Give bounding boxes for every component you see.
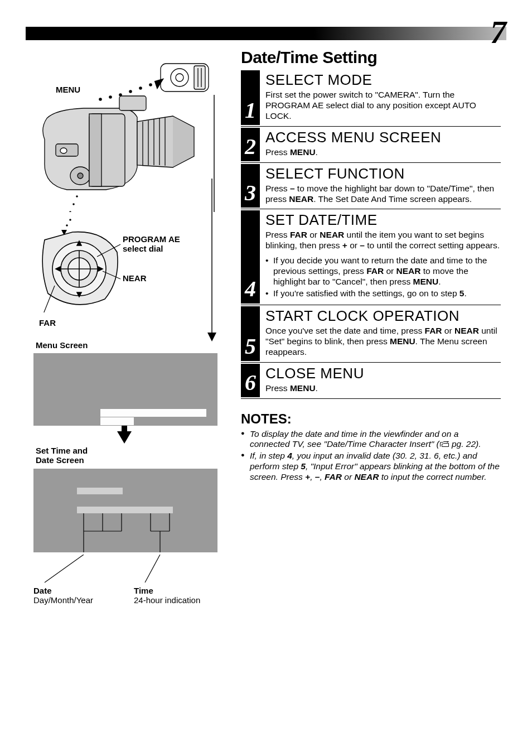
time-callout: Time 24-hour indication [134,586,200,605]
step-title: SELECT FUNCTION [265,165,501,182]
step-title: ACCESS MENU SCREEN [265,129,501,146]
step-text: Once you've set the date and time, press… [265,326,501,358]
svg-point-29 [69,219,71,221]
time-sub: 24-hour indication [134,595,200,605]
step-body: ACCESS MENU SCREENPress MENU. [260,128,501,161]
step-text: Press – to move the highlight bar down t… [265,184,501,205]
left-illustration-column: MENU [33,56,229,608]
svg-line-56 [45,555,84,582]
date-heading: Date [33,586,93,595]
near-label: NEAR [123,273,147,283]
step-1: 1SELECT MODEFirst set the power switch t… [241,70,501,127]
step-number: 1 [241,70,260,125]
svg-rect-3 [194,66,205,89]
step-number: 5 [241,306,260,361]
step-bullets: If you decide you want to return the dat… [265,256,501,299]
svg-point-30 [66,224,68,227]
svg-point-25 [76,195,78,198]
step-bullet: If you're satisfied with the settings, g… [265,288,501,299]
step-title: CLOSE MENU [265,365,501,382]
svg-point-26 [72,203,75,205]
svg-marker-45 [207,333,216,341]
svg-point-14 [78,173,83,179]
notes-list: To display the date and time in the view… [241,429,501,483]
svg-point-8 [119,94,122,96]
right-flow-arrow [201,179,223,513]
svg-point-27 [69,211,71,212]
set-screen-label: Set Time andDate Screen [36,446,229,465]
note-item: If, in step 4, you input an invalid date… [241,451,501,483]
note-item: To display the date and time in the view… [241,429,501,450]
step-5: 5START CLOCK OPERATIONOnce you've set th… [241,306,501,363]
svg-rect-24 [119,96,146,110]
steps-list: 1SELECT MODEFirst set the power switch t… [241,70,501,399]
notes-heading: NOTES: [241,411,501,427]
svg-point-2 [176,74,183,81]
dial-drawing [33,218,128,312]
step-body: SELECT FUNCTIONPress – to move the highl… [260,164,501,208]
svg-point-7 [109,96,112,98]
step-title: SET DATE/TIME [265,211,501,229]
time-heading: Time [134,586,200,595]
far-label: FAR [39,318,56,328]
step-number: 2 [241,128,260,161]
camera-illustration: MENU [33,56,223,212]
step-text: Press MENU. [265,383,501,394]
svg-point-6 [99,98,101,100]
date-callout: Date Day/Month/Year [33,586,93,605]
svg-point-11 [149,84,152,86]
step-title: SELECT MODE [265,71,501,89]
set-time-date-preview [33,469,217,552]
page-number: 7 [490,13,506,51]
dial-illustration: PROGRAM AEselect dial NEAR FAR [33,218,223,329]
program-ae-label: PROGRAM AEselect dial [123,234,180,254]
header-bar [26,27,506,40]
down-arrow-icon [117,431,132,444]
step-3: 3SELECT FUNCTIONPress – to move the high… [241,164,501,210]
step-text: Press FAR or NEAR until the item you wan… [265,230,501,251]
camera-drawing [33,56,223,212]
step-6: 6CLOSE MENUPress MENU. [241,364,501,399]
step-body: START CLOCK OPERATIONOnce you've set the… [260,306,501,361]
step-body: CLOSE MENUPress MENU. [260,364,501,397]
date-sub: Day/Month/Year [33,595,93,605]
svg-line-57 [145,555,160,582]
svg-point-10 [139,87,142,89]
step-text: First set the power switch to "CAMERA". … [265,90,501,122]
step-4: 4SET DATE/TIMEPress FAR or NEAR until th… [241,210,501,305]
step-title: START CLOCK OPERATION [265,307,501,325]
step-2: 2ACCESS MENU SCREENPress MENU. [241,128,501,163]
bottom-callouts: Date Day/Month/Year Time 24-hour indicat… [33,558,217,608]
step-number: 4 [241,210,260,303]
menu-screen-label: Menu Screen [36,340,229,350]
menu-label: MENU [56,85,80,94]
step-number: 6 [241,364,260,397]
menu-screen-preview [33,353,217,426]
step-number: 3 [241,164,260,208]
right-instructions-column: Date/Time Setting 1SELECT MODEFirst set … [241,48,501,484]
section-title: Date/Time Setting [241,48,501,67]
svg-rect-18 [89,114,101,186]
step-text: Press MENU. [265,147,501,158]
svg-point-9 [129,90,132,93]
step-bullet: If you decide you want to return the dat… [265,256,501,287]
svg-point-16 [60,148,67,153]
step-body: SELECT MODEFirst set the power switch to… [260,70,501,125]
step-body: SET DATE/TIMEPress FAR or NEAR until the… [260,210,501,303]
